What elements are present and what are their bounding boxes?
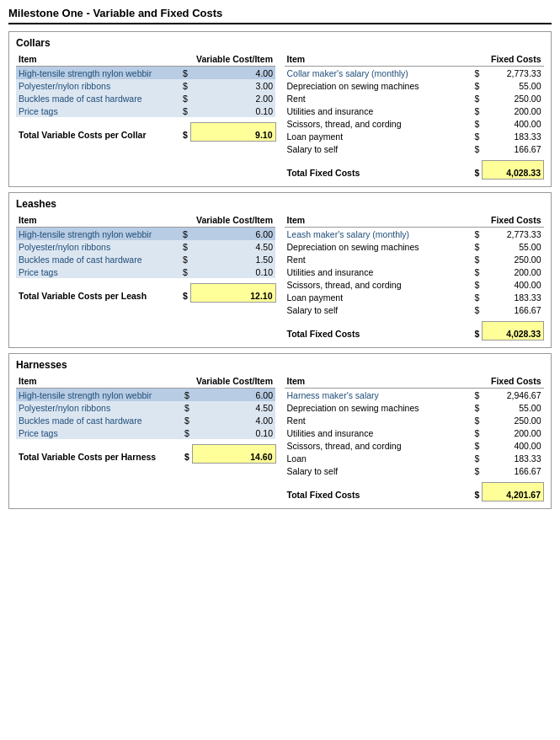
fix-item: Scissors, thread, and cording bbox=[285, 278, 472, 291]
var-dollar: $ bbox=[180, 228, 190, 241]
fix-total-label: Total Fixed Costs bbox=[285, 321, 472, 341]
fix-item: Scissors, thread, and cording bbox=[285, 117, 472, 130]
fix-col-cost: Fixed Costs bbox=[472, 374, 543, 389]
var-cost: 1.50 bbox=[190, 253, 275, 265]
fix-total-dollar: $ bbox=[472, 160, 482, 180]
var-col-cost: Variable Cost/Item bbox=[180, 52, 275, 67]
fixed-table-leashes: Item Fixed Costs Leash maker's salary (m… bbox=[285, 213, 545, 341]
var-dollar: $ bbox=[182, 414, 192, 426]
fix-col-item: Item bbox=[285, 52, 472, 67]
var-col-item: Item bbox=[16, 52, 180, 67]
var-dollar: $ bbox=[180, 240, 190, 253]
var-total-label: Total Variable Costs per Leash bbox=[16, 283, 180, 303]
var-cost: 4.50 bbox=[192, 401, 275, 414]
fix-item: Utilities and insurance bbox=[285, 265, 472, 278]
fix-col-item: Item bbox=[285, 213, 472, 228]
fix-dollar: $ bbox=[472, 464, 482, 477]
section-title-harnesses: Harnesses bbox=[16, 359, 544, 371]
var-dollar: $ bbox=[182, 401, 192, 414]
var-cost: 3.00 bbox=[190, 79, 275, 92]
var-total-dollar: $ bbox=[182, 444, 192, 464]
fix-table-harnesses: Item Fixed Costs Harness maker's salary … bbox=[285, 374, 545, 501]
var-item: High-tensile strength nylon webbir bbox=[16, 228, 180, 241]
fix-item: Leash maker's salary (monthly) bbox=[285, 228, 472, 241]
fix-item: Depreciation on sewing machines bbox=[285, 240, 472, 253]
fix-cost: 166.67 bbox=[483, 464, 544, 477]
var-cost: 0.10 bbox=[192, 426, 275, 439]
fix-item: Depreciation on sewing machines bbox=[285, 79, 472, 92]
var-item: Polyester/nylon ribbons bbox=[16, 240, 180, 253]
fix-total-value: 4,028.33 bbox=[483, 321, 544, 341]
main-title: Milestone One - Variable and Fixed Costs bbox=[8, 7, 552, 24]
var-col-item: Item bbox=[16, 374, 182, 389]
var-item: High-tensile strength nylon webbir bbox=[16, 67, 180, 80]
var-item: Buckles made of cast hardware bbox=[16, 92, 180, 105]
var-cost: 0.10 bbox=[190, 105, 275, 117]
fix-dollar: $ bbox=[472, 278, 482, 291]
section-leashes: Leashes Item Variable Cost/Item High-ten… bbox=[8, 192, 552, 348]
fix-dollar: $ bbox=[472, 130, 482, 142]
var-total-label: Total Variable Costs per Collar bbox=[16, 122, 180, 142]
var-col-item: Item bbox=[16, 213, 180, 228]
fix-col-item: Item bbox=[285, 374, 472, 389]
var-dollar: $ bbox=[180, 105, 190, 117]
fix-item: Salary to self bbox=[285, 142, 472, 155]
fix-dollar: $ bbox=[472, 303, 482, 316]
page: Milestone One - Variable and Fixed Costs… bbox=[0, 0, 560, 521]
var-total-value: 9.10 bbox=[190, 122, 275, 142]
var-total-dollar: $ bbox=[180, 283, 190, 303]
fixed-table-harnesses: Item Fixed Costs Harness maker's salary … bbox=[285, 374, 545, 501]
var-total-label: Total Variable Costs per Harness bbox=[16, 444, 182, 464]
var-dollar: $ bbox=[182, 426, 192, 439]
fix-cost: 250.00 bbox=[483, 92, 544, 105]
var-cost: 2.00 bbox=[190, 92, 275, 105]
fix-dollar: $ bbox=[472, 117, 482, 130]
var-cost: 4.00 bbox=[190, 67, 275, 80]
var-dollar: $ bbox=[180, 92, 190, 105]
fix-item: Depreciation on sewing machines bbox=[285, 401, 472, 414]
fix-cost: 2,773.33 bbox=[483, 67, 544, 80]
fix-dollar: $ bbox=[472, 389, 482, 402]
var-item: Price tags bbox=[16, 105, 180, 117]
fix-cost: 200.00 bbox=[483, 426, 544, 439]
fix-item: Rent bbox=[285, 92, 472, 105]
var-cost: 6.00 bbox=[192, 389, 275, 402]
fix-cost: 183.33 bbox=[483, 130, 544, 142]
var-item: Buckles made of cast hardware bbox=[16, 414, 182, 426]
fix-dollar: $ bbox=[472, 265, 482, 278]
var-item: High-tensile strength nylon webbir bbox=[16, 389, 182, 402]
fix-cost: 55.00 bbox=[483, 240, 544, 253]
fix-total-dollar: $ bbox=[472, 321, 482, 341]
fix-item: Harness maker's salary bbox=[285, 389, 472, 402]
cost-grid-collars: Item Variable Cost/Item High-tensile str… bbox=[16, 52, 544, 180]
var-dollar: $ bbox=[180, 79, 190, 92]
var-col-cost: Variable Cost/Item bbox=[180, 213, 275, 228]
fix-item: Salary to self bbox=[285, 464, 472, 477]
var-item: Price tags bbox=[16, 426, 182, 439]
fix-total-dollar: $ bbox=[472, 482, 482, 501]
fix-item: Loan payment bbox=[285, 130, 472, 142]
fix-dollar: $ bbox=[472, 291, 482, 303]
fix-total-label: Total Fixed Costs bbox=[285, 482, 472, 501]
fix-item: Scissors, thread, and cording bbox=[285, 439, 472, 452]
section-collars: Collars Item Variable Cost/Item High-ten… bbox=[8, 31, 552, 187]
fix-cost: 55.00 bbox=[483, 79, 544, 92]
var-total-value: 12.10 bbox=[190, 283, 275, 303]
fix-cost: 55.00 bbox=[483, 401, 544, 414]
cost-grid-harnesses: Item Variable Cost/Item High-tensile str… bbox=[16, 374, 544, 501]
fix-cost: 250.00 bbox=[483, 414, 544, 426]
fix-cost: 400.00 bbox=[483, 439, 544, 452]
variable-table-leashes: Item Variable Cost/Item High-tensile str… bbox=[16, 213, 276, 341]
fix-item: Rent bbox=[285, 414, 472, 426]
fix-dollar: $ bbox=[472, 414, 482, 426]
fix-item: Loan payment bbox=[285, 291, 472, 303]
fix-table-collars: Item Fixed Costs Collar maker's salary (… bbox=[285, 52, 545, 180]
fixed-table-collars: Item Fixed Costs Collar maker's salary (… bbox=[285, 52, 545, 180]
fix-dollar: $ bbox=[472, 105, 482, 117]
fix-cost: 183.33 bbox=[483, 452, 544, 464]
fix-total-label: Total Fixed Costs bbox=[285, 160, 472, 180]
fix-dollar: $ bbox=[472, 401, 482, 414]
fix-cost: 166.67 bbox=[483, 142, 544, 155]
fix-cost: 166.67 bbox=[483, 303, 544, 316]
fix-dollar: $ bbox=[472, 228, 482, 241]
